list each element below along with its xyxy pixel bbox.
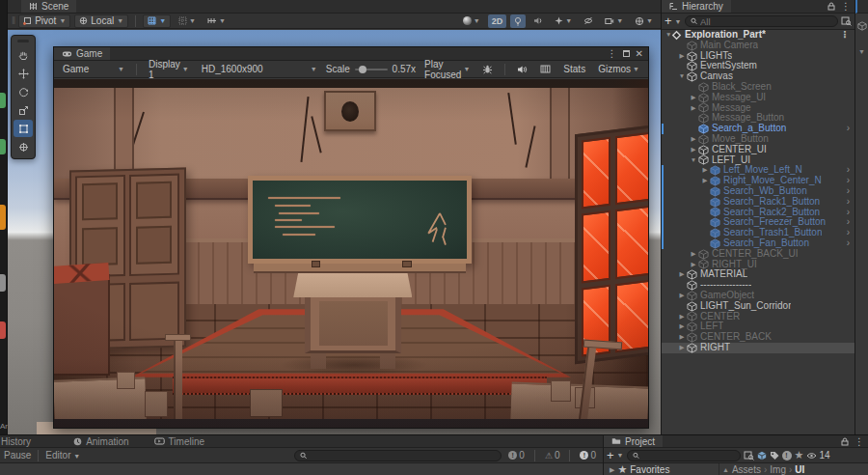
- rect-tool-button[interactable]: [14, 120, 33, 137]
- expand-arrow[interactable]: ▶: [662, 321, 687, 332]
- expand-arrow[interactable]: ▶: [662, 249, 698, 260]
- error-counter[interactable]: !0: [577, 450, 599, 461]
- hierarchy-item[interactable]: ▶Message_UI: [662, 93, 854, 103]
- expand-arrow[interactable]: ▶: [662, 51, 687, 62]
- tab-animation[interactable]: Animation: [66, 435, 136, 447]
- camera-settings-dropdown[interactable]: ▼: [601, 14, 627, 28]
- strip-pill[interactable]: [0, 274, 6, 292]
- expand-arrow[interactable]: ▶: [662, 145, 698, 155]
- scroll-up-icon[interactable]: ▲: [722, 466, 729, 473]
- expand-arrow[interactable]: ▶: [662, 93, 698, 103]
- scale-slider[interactable]: [355, 69, 388, 70]
- favorites-star-icon[interactable]: ★: [795, 449, 804, 461]
- expand-arrow[interactable]: ▶: [662, 176, 710, 186]
- vsync-button[interactable]: [536, 63, 555, 76]
- hierarchy-item[interactable]: LIGHT_Sun_Corridor: [662, 301, 854, 312]
- create-dropdown-icon[interactable]: ▼: [617, 452, 624, 459]
- gizmo-orientation-dropdown[interactable]: ▼: [631, 14, 657, 28]
- play-focused-dropdown[interactable]: Play Focused▼: [420, 63, 474, 76]
- package-icon[interactable]: [757, 451, 767, 461]
- tab-timeline[interactable]: Timeline: [147, 435, 212, 447]
- hierarchy-item[interactable]: ▶RIGHT_UI: [662, 260, 854, 270]
- strip-pill[interactable]: [0, 139, 6, 154]
- hierarchy-item[interactable]: ▶Right_Move_Center_N›: [662, 176, 854, 186]
- grid-visibility-dropdown[interactable]: ▼: [143, 14, 171, 28]
- 2d-toggle[interactable]: 2D: [488, 14, 507, 28]
- hierarchy-scene-row[interactable]: ▼Exploration_Part*⋮: [662, 30, 854, 41]
- panel-menu-icon[interactable]: ⋮: [841, 1, 851, 12]
- hierarchy-item[interactable]: ▶CENTER_BACK_UI: [662, 249, 854, 260]
- expand-arrow[interactable]: ▶: [610, 466, 614, 474]
- hierarchy-item[interactable]: ▶CENTER_BACK: [662, 332, 854, 343]
- crumb-img[interactable]: Img: [770, 464, 786, 475]
- hierarchy-item[interactable]: ▼Canvas: [662, 71, 854, 82]
- mute-audio-button[interactable]: [513, 63, 531, 76]
- hierarchy-item[interactable]: ▶LIGHTs: [662, 51, 854, 62]
- display-mode-dropdown[interactable]: Game▼: [59, 63, 128, 76]
- search-window-icon[interactable]: [744, 451, 754, 461]
- hierarchy-item[interactable]: ▶MATERIAL: [662, 269, 854, 280]
- hierarchy-item[interactable]: ▶Left_Move_Left_N›: [662, 165, 854, 176]
- strip-pill[interactable]: [0, 93, 6, 108]
- expand-arrow[interactable]: ▶: [662, 269, 687, 280]
- hierarchy-item[interactable]: Search_Rack2_Button›: [662, 208, 854, 218]
- lighting-toggle[interactable]: [510, 14, 526, 28]
- warning-counter[interactable]: ⚠0: [542, 450, 563, 461]
- hierarchy-item[interactable]: ▶Message: [662, 103, 854, 114]
- overlay-drag-handle[interactable]: [17, 40, 29, 42]
- project-search-input[interactable]: [642, 450, 735, 461]
- expand-arrow[interactable]: ▼: [662, 30, 671, 41]
- hierarchy-item[interactable]: EventSystem: [662, 61, 854, 71]
- tab-scene[interactable]: Scene: [21, 0, 76, 13]
- inspector-tab-edge[interactable]: [855, 0, 868, 14]
- hierarchy-item[interactable]: ▶CENTER: [662, 312, 854, 322]
- editor-dropdown[interactable]: Editor ▼: [45, 450, 80, 461]
- hierarchy-item[interactable]: Search_Rack1_Button›: [662, 197, 854, 208]
- hand-tool-button[interactable]: [14, 46, 33, 64]
- hierarchy-item[interactable]: Search_Trash1_Button›: [662, 228, 854, 238]
- hierarchy-search-input[interactable]: [700, 16, 832, 27]
- hierarchy-item[interactable]: ▶RIGHT: [662, 343, 854, 353]
- stats-button[interactable]: Stats: [559, 63, 589, 76]
- hierarchy-item[interactable]: ▶LEFT: [662, 321, 854, 332]
- transform-tool-button[interactable]: [14, 138, 33, 155]
- create-dropdown-icon[interactable]: ▼: [675, 18, 682, 25]
- maximize-icon[interactable]: [623, 50, 630, 57]
- tab-game[interactable]: Game: [54, 47, 110, 60]
- lock-icon[interactable]: [827, 2, 835, 11]
- hierarchy-item[interactable]: Main Camera: [662, 41, 854, 51]
- crumb-assets[interactable]: Assets: [732, 464, 761, 475]
- move-tool-button[interactable]: [14, 65, 33, 82]
- tab-history[interactable]: History: [0, 435, 39, 447]
- chevron-down-icon[interactable]: ▼: [855, 48, 868, 55]
- prefab-open-chevron[interactable]: ›: [847, 238, 854, 249]
- expand-arrow[interactable]: ▶: [662, 134, 698, 145]
- expand-arrow[interactable]: ▶: [662, 343, 687, 353]
- hierarchy-item[interactable]: Search_Fan_Button›: [662, 238, 854, 249]
- hierarchy-item[interactable]: Message_Button: [662, 113, 854, 124]
- panel-menu-icon[interactable]: ⋮: [854, 436, 864, 447]
- capture-button[interactable]: [478, 63, 497, 76]
- expand-arrow[interactable]: ▶: [662, 291, 687, 301]
- lock-icon[interactable]: [841, 437, 849, 446]
- gizmos-dropdown[interactable]: Gizmos▼: [594, 63, 643, 76]
- hierarchy-item[interactable]: ▶GameObject: [662, 291, 854, 301]
- local-dropdown[interactable]: Local▼: [74, 14, 128, 28]
- grid-snap-dropdown[interactable]: ▼: [175, 14, 200, 28]
- strip-pill[interactable]: [0, 321, 6, 339]
- resolution-dropdown[interactable]: HD_1600x900▼: [198, 63, 321, 76]
- hierarchy-item[interactable]: Search_Freezer_Button›: [662, 217, 854, 228]
- snap-increment-dropdown[interactable]: ▼: [203, 14, 230, 28]
- tab-project[interactable]: Project: [604, 435, 663, 447]
- prefab-open-chevron[interactable]: ›: [847, 124, 854, 134]
- rotate-tool-button[interactable]: [14, 83, 33, 100]
- hierarchy-item[interactable]: ▶Move_Button: [662, 134, 854, 145]
- scale-tool-button[interactable]: [14, 101, 33, 119]
- strip-pill[interactable]: [0, 205, 6, 230]
- close-icon[interactable]: ✕: [636, 48, 643, 59]
- game-viewport[interactable]: [54, 79, 648, 428]
- create-button[interactable]: +: [607, 451, 614, 461]
- console-searchbox[interactable]: [294, 450, 502, 461]
- scene-menu-icon[interactable]: ⋮: [840, 30, 854, 41]
- project-searchbox[interactable]: [627, 450, 741, 461]
